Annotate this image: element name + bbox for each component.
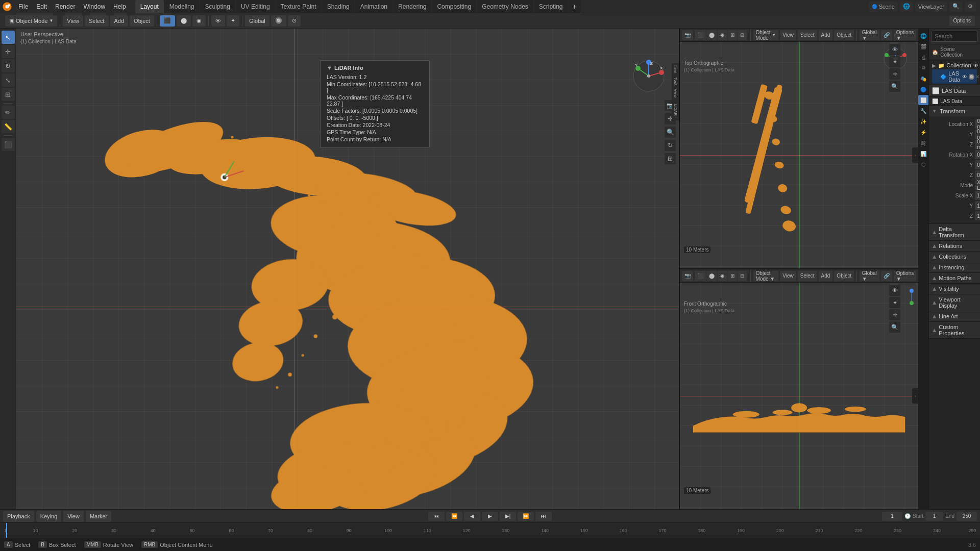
tr-gizmo-btn[interactable]: ✦ [889,56,900,67]
bottom-right-viewport[interactable]: Front Orthographic (1) Collection | LAS … [680,283,918,509]
prev-keyframe-btn[interactable]: ◀ [464,512,480,521]
tab-texture-paint[interactable]: Texture Paint [276,0,322,13]
tab-layout[interactable]: Layout [135,0,164,13]
br-panel-toggle[interactable]: › [912,388,918,404]
step-forward-btn[interactable]: ⏩ [518,512,534,521]
proportional-edit-btn[interactable]: ⊙ [288,15,301,27]
snap-btn[interactable]: 🔘 [271,15,286,27]
top-right-viewport[interactable]: Top Orthographic (1) Collection | LAS Da… [680,42,918,268]
prop-material-icon[interactable]: ⬡ [918,159,928,169]
tr-scene-btn[interactable]: ⊞ [728,30,737,40]
viewlayer-selector[interactable]: ViewLayer [915,2,947,12]
search-btn[interactable]: 🔍 [949,2,963,12]
prop-physics-icon[interactable]: ⚡ [918,127,928,137]
add-cube-tool[interactable]: ⬛ [2,138,15,151]
transform-tool[interactable]: ⊞ [2,88,15,101]
current-frame-display[interactable]: 1 [882,512,902,521]
las-render-vis[interactable]: 👁 [962,74,967,80]
filter-btn[interactable]: ⚙ [965,2,976,12]
location-z-val[interactable]: 0 m [975,140,980,149]
rotate-tool[interactable]: ↻ [2,59,15,72]
tr-material-btn[interactable]: ⬤ [706,30,717,40]
play-btn[interactable]: ▶ [482,512,498,521]
br-grid-btn[interactable]: ⊟ [738,271,747,281]
solid-mode-btn[interactable]: ⬛ [160,15,175,27]
prop-render-icon[interactable]: 🎬 [918,41,928,52]
view-btn[interactable]: View [63,511,84,522]
prop-view-icon[interactable]: ⧉ [918,63,928,73]
br-snap-btn[interactable]: 🔗 [881,271,892,281]
prop-scene-props-icon[interactable]: 🎭 [918,73,928,84]
grid-icon[interactable]: ⊞ [665,153,676,164]
item-tab[interactable]: Item [672,63,679,76]
jump-to-start-btn[interactable]: ⏮ [428,512,445,521]
rotation-z-val[interactable]: 0° [975,170,980,180]
location-x-val[interactable]: 0 m [975,119,980,129]
tr-solid-btn[interactable]: ⬛ [695,30,706,40]
options-btn[interactable]: Options [949,16,975,26]
tr-select-btn[interactable]: Select [798,30,817,40]
tab-animation[interactable]: Animation [355,0,393,13]
tab-compositing[interactable]: Compositing [432,0,476,13]
view-menu-btn[interactable]: View [63,15,83,27]
las-data-item[interactable]: 🔷 LAS Data 👁 🔘 ✕ [932,69,977,84]
tr-view-btn[interactable]: View [780,30,796,40]
rotate-view-icon[interactable]: ↻ [665,140,676,151]
jump-to-end-btn[interactable]: ⏭ [535,512,552,521]
las-close-icon[interactable]: ✕ [975,74,979,80]
br-camera-btn[interactable]: 📷 [682,271,693,281]
tr-render-btn[interactable]: ◉ [718,30,727,40]
annotate-tool[interactable]: ✏ [2,106,15,119]
lidar-tab[interactable]: LiDAR [672,100,679,120]
br-select-btn[interactable]: Select [798,271,817,281]
prop-object-icon[interactable]: ⬜ [918,95,928,105]
tr-snap-btn[interactable]: 🔗 [881,30,892,40]
tab-rendering[interactable]: Rendering [393,0,431,13]
cursor-tool[interactable]: ↖ [2,31,15,44]
marker-btn[interactable]: Marker [86,511,111,522]
tr-viewport-zoom-btn[interactable]: 🔍 [889,81,900,92]
rotation-mode-val[interactable]: XYZ Euler ▼ [975,181,980,190]
object-menu-btn[interactable]: Object [130,15,154,27]
tab-uv-editing[interactable]: UV Editing [236,0,275,13]
help-menu[interactable]: Help [109,0,130,13]
br-add-btn[interactable]: Add [819,271,833,281]
scale-z-val[interactable]: 1.000 [975,211,980,220]
add-menu-btn[interactable]: Add [110,15,129,27]
rendered-mode-btn[interactable]: ◉ [192,15,206,27]
select-menu-btn[interactable]: Select [85,15,109,27]
tab-shading[interactable]: Shading [322,0,355,13]
scale-tool[interactable]: ⤡ [2,73,15,87]
tab-sculpting[interactable]: Sculpting [200,0,235,13]
scale-y-val[interactable]: 1.000 [975,201,980,210]
end-frame[interactable]: 250 [957,512,977,521]
tr-mode-dropdown[interactable]: Object Mode ▼ [753,30,779,40]
prop-output-icon[interactable]: 🖨 [918,52,928,62]
step-back-btn[interactable]: ⏪ [446,512,462,521]
tr-overlay-btn[interactable]: 👁 [889,44,900,55]
measure-tool[interactable]: 📏 [2,120,15,133]
prop-data-icon[interactable]: 📊 [918,148,928,159]
tab-add[interactable]: + [569,0,581,13]
window-menu[interactable]: Window [79,0,109,13]
gizmos-btn[interactable]: ✦ [227,15,239,27]
br-material-btn[interactable]: ⬤ [706,271,717,281]
prop-constraints-icon[interactable]: ⛓ [918,138,928,148]
relations-header[interactable]: ▶ Relations [929,241,980,251]
file-menu[interactable]: File [14,0,32,13]
engine-selector[interactable]: 🔵 Scene [869,2,898,12]
render-menu[interactable]: Render [51,0,79,13]
br-object-btn[interactable]: Object [834,271,854,281]
scene-selector[interactable]: 🌐 [900,2,913,12]
rotation-x-val[interactable]: 0° [975,150,980,159]
br-options-btn[interactable]: Options ▼ [894,271,916,281]
collections-header[interactable]: ▶ Collections [929,252,980,262]
br-overlay-btn[interactable]: 👁 [889,285,900,296]
tr-panel-toggle[interactable]: › [912,147,918,163]
tab-modeling[interactable]: Modeling [164,0,200,13]
tab-geometry-nodes[interactable]: Geometry Nodes [477,0,533,13]
zoom-icon[interactable]: 🔍 [665,127,676,138]
viewport-mode-btn[interactable]: ▣ Object Mode ▼ [5,15,57,27]
br-solid-btn[interactable]: ⬛ [695,271,706,281]
keying-btn[interactable]: Keying [36,511,62,522]
